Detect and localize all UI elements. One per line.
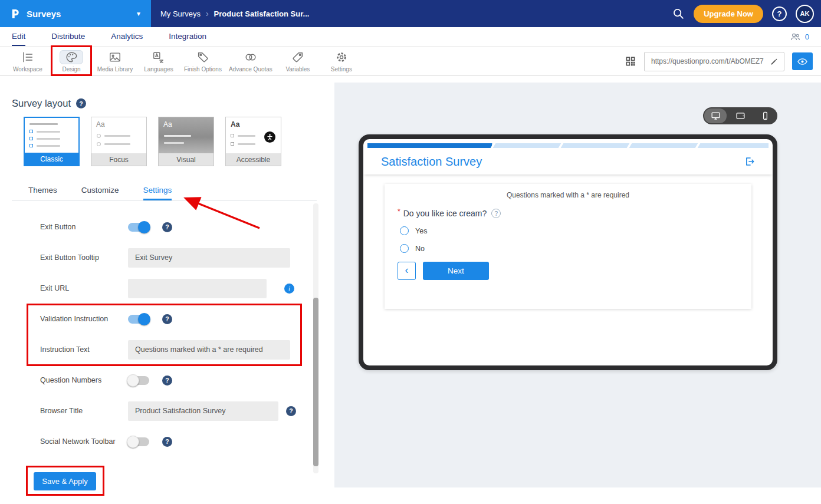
next-button[interactable]: Next [423, 262, 489, 280]
toolbar-item-settings[interactable]: Settings [320, 50, 363, 73]
preview-button[interactable] [792, 52, 813, 70]
toolbar-item-label: Finish Options [184, 66, 222, 73]
chevron-down-icon: ▼ [136, 11, 142, 17]
option-label: Yes [415, 227, 427, 235]
layout-option-label: Classic [25, 153, 78, 165]
desktop-preview-button[interactable] [704, 108, 727, 123]
layout-option-classic[interactable]: Classic [24, 117, 80, 166]
survey-url-field[interactable] [644, 52, 784, 71]
qr-code-icon[interactable] [625, 55, 636, 67]
help-badge-icon[interactable]: ? [286, 406, 296, 416]
survey-url-input[interactable] [650, 57, 767, 66]
panel-divider [12, 200, 317, 201]
toolbar-item-label: Advance Quotas [229, 66, 272, 73]
radio-icon[interactable] [400, 244, 409, 253]
questionpro-app: Surveys ▼ My Surveys › Product Satisfact… [0, 0, 821, 504]
survey-layout-heading: Survey layout ? [12, 98, 86, 109]
help-button[interactable]: ? [772, 6, 787, 21]
setting-row-exit-url: Exit URL i [0, 273, 317, 304]
avatar[interactable]: AK [796, 5, 814, 23]
preview-canvas: Satisfaction Survey Questions marked wit… [334, 83, 821, 487]
layout-option-accessible[interactable]: Aa Accessible [225, 117, 281, 166]
tablet-preview-button[interactable] [729, 108, 751, 123]
validation-instruction-toggle[interactable] [128, 315, 149, 324]
exit-survey-icon[interactable] [744, 156, 755, 167]
tab-integration[interactable]: Integration [169, 27, 206, 46]
progress-bar [367, 143, 769, 148]
answer-option-no[interactable]: No [400, 244, 425, 253]
exit-button-toggle[interactable] [128, 223, 149, 232]
tab-edit[interactable]: Edit [12, 27, 25, 46]
answer-option-yes[interactable]: Yes [400, 226, 427, 235]
device-switcher [703, 107, 777, 124]
tab-analytics[interactable]: Analytics [111, 27, 143, 46]
collaborators[interactable]: 0 [790, 27, 809, 46]
survey-title: Satisfaction Survey [381, 155, 482, 169]
toolbar-item-design[interactable]: Design [50, 50, 93, 73]
question-row: * Do you like ice cream? ? [398, 209, 501, 218]
required-asterisk: * [398, 207, 400, 216]
search-icon[interactable] [672, 7, 685, 20]
tab-settings[interactable]: Settings [143, 182, 172, 200]
pencil-icon[interactable] [770, 57, 779, 66]
setting-row-instruction-text: Instruction Text [0, 334, 317, 365]
info-badge-icon[interactable]: i [284, 284, 294, 294]
instruction-text-input[interactable] [128, 340, 290, 360]
thumb-aa-text: Aa [163, 120, 172, 129]
back-button[interactable]: ‹ [398, 262, 416, 280]
linked-circles-icon [244, 50, 257, 64]
help-badge-icon[interactable]: ? [162, 314, 172, 324]
design-panel-tabs: Themes Customize Settings [28, 182, 172, 200]
upgrade-now-button[interactable]: Upgrade Now [694, 5, 763, 23]
image-icon [109, 50, 121, 64]
questionpro-logo-icon [9, 8, 21, 19]
tab-customize[interactable]: Customize [81, 182, 119, 200]
setting-row-exit-button: Exit Button ? [0, 212, 317, 242]
save-apply-button[interactable]: Save & Apply [34, 472, 96, 490]
layout-option-focus[interactable]: Aa Focus [91, 117, 147, 166]
question-help-icon[interactable]: ? [491, 209, 501, 218]
toolbar-item-variables[interactable]: Variables [276, 50, 320, 73]
progress-fill [367, 143, 492, 148]
toolbar-item-label: Settings [331, 66, 352, 73]
people-icon [790, 31, 801, 42]
social-network-toolbar-toggle[interactable] [128, 437, 149, 446]
setting-row-social-network-toolbar: Social Network Toolbar ? [0, 426, 317, 457]
breadcrumb-root[interactable]: My Surveys [160, 9, 201, 18]
toolbar-item-finish-options[interactable]: Finish Options [180, 50, 225, 73]
toolbar-item-languages[interactable]: Languages [137, 50, 180, 73]
toolbar-item-label: Design [62, 66, 80, 73]
setting-label: Instruction Text [40, 345, 128, 354]
translate-icon [152, 50, 165, 64]
required-instruction-note: Questions marked with a * are required [385, 191, 751, 199]
breadcrumb-current: Product Satisfaction Sur... [214, 9, 310, 18]
exit-button-tooltip-input[interactable] [128, 248, 290, 268]
question-numbers-toggle[interactable] [128, 376, 149, 385]
product-switcher[interactable]: Surveys ▼ [0, 0, 151, 27]
tab-distribute[interactable]: Distribute [51, 27, 85, 46]
mobile-preview-button[interactable] [754, 108, 776, 123]
toolbar-item-media-library[interactable]: Media Library [93, 50, 137, 73]
toolbar-item-workspace[interactable]: Workspace [6, 50, 50, 73]
radio-icon[interactable] [400, 226, 409, 235]
layout-option-visual[interactable]: Aa Visual [158, 117, 214, 166]
thumb-aa-text: Aa [96, 120, 105, 129]
help-badge-icon[interactable]: ? [76, 98, 86, 108]
help-badge-icon[interactable]: ? [162, 222, 172, 232]
panel-scrollbar [313, 203, 318, 473]
question-text: Do you like ice cream? [403, 209, 487, 218]
topbar-actions: Upgrade Now ? AK [672, 5, 821, 23]
setting-label: Validation Instruction [40, 315, 128, 323]
scrollbar-thumb[interactable] [313, 298, 318, 466]
toolbar-item-advance-quotas[interactable]: Advance Quotas [225, 50, 276, 73]
toolbar-right [625, 52, 815, 71]
option-label: No [415, 245, 425, 253]
setting-label: Exit URL [40, 284, 128, 292]
help-badge-icon[interactable]: ? [162, 375, 172, 386]
exit-url-input[interactable] [128, 279, 267, 298]
browser-title-input[interactable] [128, 401, 278, 421]
setting-row-validation-instruction: Validation Instruction ? [0, 304, 317, 334]
tab-themes[interactable]: Themes [28, 182, 57, 200]
layout-thumb-focus: Aa [91, 117, 146, 153]
help-badge-icon[interactable]: ? [162, 437, 172, 447]
